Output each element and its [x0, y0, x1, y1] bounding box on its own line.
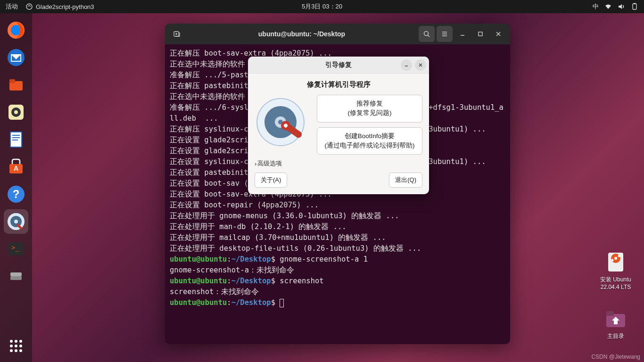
dock-disk[interactable]	[4, 264, 28, 288]
maximize-button[interactable]	[472, 26, 488, 42]
about-button[interactable]: 关于(A)	[255, 173, 287, 188]
svg-point-38	[424, 32, 429, 36]
btn-sublabel: (修复常见问题)	[320, 108, 419, 118]
svg-rect-14	[12, 137, 20, 138]
show-applications[interactable]	[4, 334, 28, 358]
dock-boot-repair[interactable]	[4, 209, 28, 234]
create-bootinfo-button[interactable]: 创建BootInfo摘要 (通过电子邮件或论坛得到帮助)	[317, 127, 422, 155]
svg-text:>_: >_	[11, 244, 19, 252]
dock-terminal[interactable]: >_	[4, 237, 28, 261]
dock-firefox[interactable]	[4, 18, 28, 42]
recommended-repair-button[interactable]: 推荐修复 (修复常见问题)	[317, 95, 422, 123]
dialog-heading: 修复计算机引导程序	[255, 80, 422, 89]
dock-help[interactable]: ?	[4, 182, 28, 206]
dock-rhythmbox[interactable]	[4, 100, 28, 124]
svg-rect-8	[9, 79, 15, 83]
new-tab-button[interactable]	[169, 26, 185, 42]
svg-rect-27	[10, 272, 22, 276]
svg-rect-26	[10, 276, 22, 280]
svg-point-60	[618, 255, 620, 257]
btn-label: 创建BootInfo摘要	[320, 132, 419, 141]
svg-rect-44	[479, 32, 482, 36]
dialog-close-button[interactable]	[415, 59, 426, 71]
svg-point-30	[19, 340, 22, 343]
svg-point-36	[19, 349, 22, 352]
battery-icon[interactable]	[631, 3, 638, 10]
desktop-home-folder[interactable]: 主目录	[597, 306, 635, 340]
svg-point-32	[15, 345, 17, 347]
svg-text:?: ?	[13, 188, 20, 200]
clock[interactable]: 5月3日 03：20	[302, 2, 342, 11]
volume-icon[interactable]	[618, 3, 625, 10]
svg-rect-63	[606, 311, 614, 316]
svg-point-59	[614, 257, 617, 260]
svg-text:A: A	[14, 165, 18, 172]
dock: A ? >_	[0, 13, 32, 362]
svg-rect-2	[634, 3, 636, 4]
dock-software[interactable]: A	[4, 155, 28, 179]
hamburger-menu-button[interactable]	[437, 26, 453, 42]
svg-point-61	[611, 259, 614, 262]
svg-line-39	[428, 35, 430, 37]
app-indicator-icon	[25, 3, 33, 10]
quit-button[interactable]: 退出(Q)	[389, 173, 422, 188]
svg-point-22	[14, 220, 18, 223]
btn-sublabel: (通过电子邮件或论坛得到帮助)	[320, 141, 419, 150]
active-app-name[interactable]: Glade2script-python3	[36, 3, 94, 10]
svg-point-28	[10, 340, 13, 343]
svg-point-31	[10, 345, 13, 347]
dialog-minimize-button[interactable]	[401, 59, 412, 71]
desktop-label-2: 22.04.4 LTS	[601, 284, 631, 290]
dock-thunderbird[interactable]	[4, 45, 28, 70]
dialog-titlebar[interactable]: 引导修复	[248, 57, 429, 74]
dialog-title: 引导修复	[325, 61, 352, 69]
wrench-disk-icon	[255, 95, 310, 150]
desktop-label: 安装 Ubuntu	[600, 276, 631, 283]
boot-repair-dialog: 引导修复 修复计算机引导程序	[248, 57, 429, 194]
minimize-button[interactable]	[454, 26, 471, 42]
chevron-right-icon: ›	[255, 160, 256, 167]
svg-point-33	[19, 345, 22, 347]
desktop-label: 主目录	[597, 333, 635, 340]
svg-rect-1	[633, 4, 636, 9]
svg-point-11	[14, 110, 18, 114]
svg-rect-13	[12, 135, 20, 136]
dock-files[interactable]	[4, 73, 28, 97]
svg-point-29	[15, 340, 17, 343]
svg-point-0	[26, 4, 32, 9]
svg-point-35	[15, 349, 17, 352]
search-button[interactable]	[419, 26, 435, 42]
wifi-icon[interactable]	[604, 3, 612, 10]
desktop-install-ubuntu[interactable]: 安装 Ubuntu22.04.4 LTS	[597, 250, 635, 291]
activities-button[interactable]: 活动	[6, 2, 18, 11]
terminal-title: ubuntu@ubuntu: ~/Desktop	[185, 30, 419, 38]
advanced-options-expander[interactable]: › 高级选项	[255, 159, 422, 168]
close-button[interactable]	[490, 26, 506, 42]
top-bar: 活动 Glade2script-python3 5月3日 03：20 中	[0, 0, 644, 13]
advanced-options-label: 高级选项	[257, 159, 282, 168]
terminal-titlebar[interactable]: ubuntu@ubuntu: ~/Desktop	[165, 24, 510, 44]
svg-point-34	[10, 349, 13, 352]
btn-label: 推荐修复	[320, 99, 419, 108]
dock-writer[interactable]	[4, 127, 28, 152]
input-method-indicator[interactable]: 中	[593, 2, 599, 11]
watermark: CSDN @Jietewang	[591, 354, 640, 360]
svg-rect-15	[12, 140, 18, 140]
